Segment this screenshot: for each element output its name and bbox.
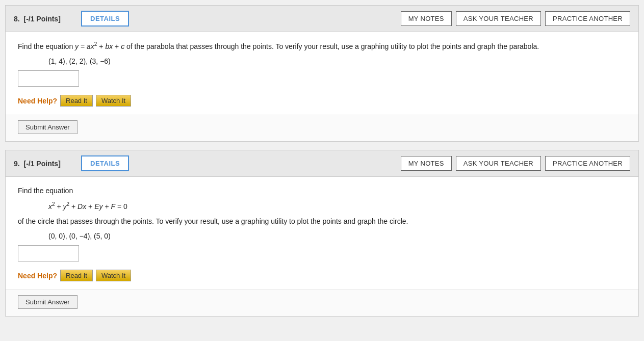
- watch-it-button-9[interactable]: Watch It: [96, 270, 131, 281]
- details-button-9[interactable]: DETAILS: [81, 155, 129, 171]
- question-9-text-part1: Find the equation: [18, 185, 626, 196]
- ask-teacher-button-8[interactable]: ASK YOUR TEACHER: [456, 11, 541, 26]
- question-9-body: Find the equation x2 + y2 + Dx + Ey + F …: [6, 177, 638, 290]
- question-9-points: (0, 0), (0, −4), (5, 0): [48, 232, 626, 240]
- question-8-text: Find the equation y = ax2 + bx + c of th…: [18, 40, 626, 52]
- need-help-row-8: Need Help? Read It Watch It: [18, 95, 626, 107]
- question-9-text-part2: of the circle that passes through the po…: [18, 216, 626, 227]
- submit-button-8[interactable]: Submit Answer: [18, 120, 78, 134]
- need-help-label-9: Need Help?: [18, 272, 57, 280]
- header-buttons-9: MY NOTES ASK YOUR TEACHER PRACTICE ANOTH…: [401, 156, 630, 171]
- question-8-points: (1, 4), (2, 2), (3, −6): [48, 57, 626, 65]
- watch-it-button-8[interactable]: Watch It: [96, 95, 131, 107]
- question-9: 9. [-/1 Points] DETAILS MY NOTES ASK YOU…: [5, 150, 639, 317]
- my-notes-button-9[interactable]: MY NOTES: [401, 156, 452, 171]
- header-buttons-8: MY NOTES ASK YOUR TEACHER PRACTICE ANOTH…: [401, 11, 630, 26]
- question-9-footer: Submit Answer: [6, 290, 638, 316]
- submit-button-9[interactable]: Submit Answer: [18, 295, 78, 309]
- read-it-button-8[interactable]: Read It: [60, 95, 93, 107]
- question-9-equation: x2 + y2 + Dx + Ey + F = 0: [48, 201, 626, 211]
- question-8-number: 8. [-/1 Points]: [14, 15, 75, 23]
- need-help-row-9: Need Help? Read It Watch It: [18, 270, 626, 281]
- my-notes-button-8[interactable]: MY NOTES: [401, 11, 452, 26]
- practice-another-button-8[interactable]: PRACTICE ANOTHER: [545, 11, 630, 26]
- question-8-body: Find the equation y = ax2 + bx + c of th…: [6, 32, 638, 115]
- answer-input-9[interactable]: [18, 245, 79, 261]
- details-button-8[interactable]: DETAILS: [81, 11, 129, 27]
- ask-teacher-button-9[interactable]: ASK YOUR TEACHER: [456, 156, 541, 171]
- answer-input-8[interactable]: [18, 70, 79, 87]
- question-9-header: 9. [-/1 Points] DETAILS MY NOTES ASK YOU…: [6, 150, 638, 177]
- question-8: 8. [-/1 Points] DETAILS MY NOTES ASK YOU…: [5, 5, 639, 142]
- question-8-footer: Submit Answer: [6, 115, 638, 141]
- read-it-button-9[interactable]: Read It: [60, 270, 93, 281]
- question-8-header: 8. [-/1 Points] DETAILS MY NOTES ASK YOU…: [6, 6, 638, 32]
- practice-another-button-9[interactable]: PRACTICE ANOTHER: [545, 156, 630, 171]
- need-help-label-8: Need Help?: [18, 97, 57, 105]
- question-9-number: 9. [-/1 Points]: [14, 160, 75, 168]
